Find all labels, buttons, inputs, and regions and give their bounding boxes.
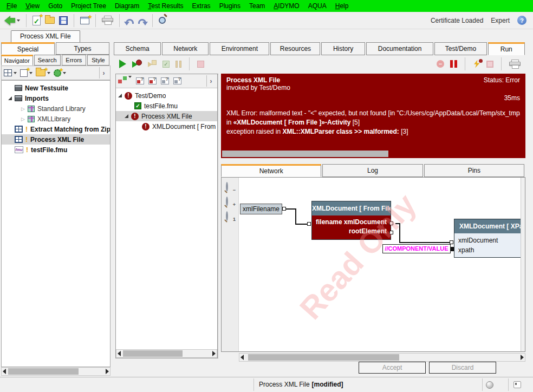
menu-project-tree[interactable]: Project Tree	[67, 0, 110, 12]
scroll-left-icon[interactable]	[240, 355, 244, 360]
network-vscrollbar[interactable]	[521, 178, 525, 351]
tab-history[interactable]: History	[321, 42, 365, 55]
tree-item-testfile-fmu[interactable]: fmu ! testFile.fmu	[2, 145, 110, 155]
scroll-left-icon[interactable]	[3, 369, 6, 374]
run-tree-item-xmldocument[interactable]: ! XMLDocument [ From File ]	[116, 121, 217, 132]
menu-aqua[interactable]: AQUA	[304, 0, 331, 12]
run-tree-item-process-xml-file[interactable]: ! Process XML File	[116, 111, 217, 121]
network-canvas[interactable]: xmlFilename XMLDocument [ From File ] fi…	[239, 178, 521, 351]
scroll-right-icon[interactable]	[521, 355, 524, 360]
tab-search[interactable]: Search	[34, 55, 61, 66]
run-tree-item-test-demo[interactable]: ! Test/Demo	[116, 90, 217, 101]
xpath-value-label[interactable]: //COMPONENT/VALUE	[382, 244, 451, 253]
help-icon[interactable]: ?	[517, 16, 526, 25]
tab-special[interactable]: Special	[1, 42, 55, 55]
tree-item-xmllibrary[interactable]: ▷ XMLLibrary	[2, 114, 110, 124]
menu-extras[interactable]: Extras	[188, 0, 215, 12]
stop-icon[interactable]	[197, 61, 204, 68]
breakpoint-timed-icon[interactable]	[173, 77, 181, 84]
node-xmldocument-from-file[interactable]: XMLDocument [ From File ] filename xmlDo…	[311, 201, 391, 240]
breakpoint-icon[interactable]	[136, 77, 144, 84]
run-tree-more-button[interactable]: ›	[206, 75, 215, 87]
scrollbar-thumb[interactable]	[248, 354, 399, 361]
expander-open-icon[interactable]	[118, 94, 122, 97]
run-tree-hscrollbar[interactable]	[116, 349, 217, 358]
tree-item-new-testsuite[interactable]: New Testsuite	[2, 83, 110, 93]
expander-closed-icon[interactable]: ▷	[21, 106, 25, 112]
tab-test-demo[interactable]: Test/Demo	[434, 42, 486, 55]
network-view-icon[interactable]	[118, 76, 132, 86]
tab-run[interactable]: Run	[488, 42, 525, 55]
tab-errors[interactable]: Errors	[62, 55, 86, 66]
network-hscrollbar[interactable]	[239, 353, 525, 362]
menu-diagram[interactable]: Diagram	[110, 0, 144, 12]
tab-environment[interactable]: Environment	[210, 42, 269, 55]
zoom-out-icon[interactable]: −	[226, 183, 234, 191]
expander-open-icon[interactable]	[8, 96, 12, 100]
port-filename-in[interactable]	[307, 222, 311, 226]
menu-goto[interactable]: Goto	[44, 0, 67, 12]
tree-item-imports[interactable]: Imports	[2, 93, 110, 103]
break-on-error-icon[interactable]	[450, 60, 457, 68]
search-settings-icon[interactable]	[159, 17, 166, 24]
pause-icon[interactable]	[176, 61, 181, 68]
back-arrow-icon[interactable]	[4, 16, 20, 25]
run-icon[interactable]	[119, 60, 126, 68]
document-tab-process-xml-file[interactable]: Process XML File	[11, 30, 80, 42]
zoom-in-icon[interactable]: +	[226, 198, 234, 206]
tab-schema[interactable]: Schema	[114, 42, 161, 55]
port-xmlfilename-out[interactable]	[282, 207, 286, 211]
menu-view[interactable]: View	[21, 0, 44, 12]
undo-icon[interactable]	[126, 19, 134, 24]
new-folder-icon[interactable]	[36, 69, 50, 76]
accept-button[interactable]: Accept	[359, 362, 426, 374]
tree-item-process-xml-file[interactable]: ! Process XML File	[2, 134, 110, 145]
new-module-icon[interactable]	[54, 69, 66, 77]
navigator-more-button[interactable]: ›	[99, 67, 108, 79]
expander-open-icon[interactable]	[125, 114, 128, 118]
step-icon[interactable]	[148, 60, 157, 68]
new-window-icon[interactable]	[80, 17, 89, 24]
scroll-right-icon[interactable]	[106, 369, 109, 374]
port-rootelement-out[interactable]	[389, 231, 393, 234]
tab-resources[interactable]: Resources	[270, 42, 320, 55]
tab-types[interactable]: Types	[56, 42, 109, 55]
source-box-xmlfilename[interactable]: xmlFilename	[240, 204, 282, 214]
port-xmldocument-out[interactable]	[389, 221, 393, 225]
tab-documentation[interactable]: Documentation	[366, 42, 434, 55]
breakpoint-disabled-icon[interactable]	[161, 77, 169, 84]
print-run-icon[interactable]	[509, 60, 521, 69]
stop-debug-icon[interactable]	[486, 61, 493, 68]
breakpoint-all-icon[interactable]	[148, 77, 157, 84]
debug-run-icon[interactable]	[132, 60, 142, 68]
zoom-100-icon[interactable]: 1	[226, 212, 234, 220]
menu-aidymo[interactable]: AIDYMO	[269, 0, 303, 12]
tree-item-extract-matching[interactable]: ! Extract Matching from Zip A	[2, 124, 110, 134]
error-panel-hscrollbar[interactable]	[222, 151, 524, 157]
tab-result-network[interactable]: Network	[221, 164, 321, 177]
scroll-right-icon[interactable]	[212, 351, 216, 356]
tab-result-pins[interactable]: Pins	[424, 164, 524, 177]
confirm-icon[interactable]: ✓	[162, 61, 170, 68]
node-xmldocument-xpath[interactable]: XMLDocument [ XPath G xmlDocument xpath	[454, 219, 521, 258]
tree-item-standard-library[interactable]: ▷ Standard Library	[2, 103, 110, 114]
port-xpath-xmldocument-in[interactable]	[450, 240, 453, 244]
tab-network[interactable]: Network	[162, 42, 209, 55]
new-diagram-icon[interactable]	[4, 69, 17, 76]
menu-test-results[interactable]: Test Results	[144, 0, 187, 12]
discard-button[interactable]: Discard	[429, 362, 496, 374]
redo-icon[interactable]	[138, 19, 146, 24]
menu-file[interactable]: File	[2, 0, 21, 12]
debug-flash-icon[interactable]	[473, 60, 480, 68]
scrollbar-thumb[interactable]	[123, 350, 183, 357]
open-folder-icon[interactable]	[45, 17, 55, 24]
tab-result-log[interactable]: Log	[322, 164, 422, 177]
expander-closed-icon[interactable]: ▷	[21, 116, 25, 122]
validate-document-icon[interactable]	[32, 16, 41, 25]
menu-help[interactable]: Help	[331, 0, 353, 12]
menu-plugins[interactable]: Plugins	[215, 0, 245, 12]
scroll-left-icon[interactable]	[118, 351, 121, 356]
tab-navigator[interactable]: Navigator	[1, 55, 33, 66]
print-icon[interactable]	[102, 16, 113, 25]
new-colored-list-icon[interactable]	[20, 69, 32, 77]
